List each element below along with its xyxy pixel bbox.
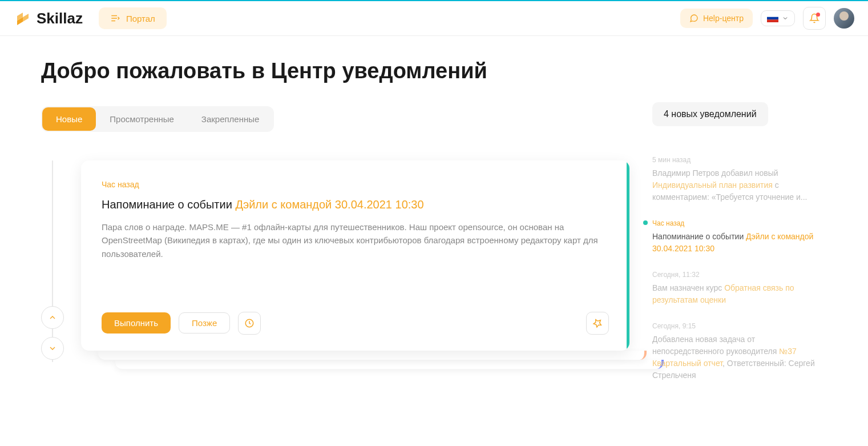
snooze-button[interactable] <box>238 312 261 335</box>
russia-flag-icon <box>767 14 778 22</box>
card-title: Напоминание о событии Дэйли с командой 3… <box>102 198 609 211</box>
sidebar-item-time: Час назад <box>652 218 827 228</box>
card-accent-bar <box>627 160 629 351</box>
tab-new[interactable]: Новые <box>42 107 96 131</box>
app-header: Skillaz Портал Help-центр <box>0 1 868 36</box>
card-actions: Выполнить Позже <box>102 312 609 335</box>
sidebar-notification-item[interactable]: 5 мин назадВладимир Петров добавил новый… <box>652 155 827 203</box>
sidebar-item-text: Владимир Петров добавил новый Индивидуал… <box>652 167 827 203</box>
tab-pinned[interactable]: Закрепленные <box>188 107 273 131</box>
chevron-down-icon <box>782 15 789 22</box>
sidebar-notification-item[interactable]: Сегодня, 9:15Добавлена новая задача от н… <box>652 321 827 381</box>
chevron-down-icon <box>48 344 57 353</box>
pin-icon <box>592 318 603 328</box>
filter-tabs: Новые Просмотренные Закрепленные <box>41 106 274 132</box>
sidebar-item-text: Добавлена новая задача от непосредственн… <box>652 334 827 381</box>
sidebar-list: 5 мин назадВладимир Петров добавил новый… <box>652 155 827 381</box>
prev-card-button[interactable] <box>41 306 64 329</box>
notification-dot <box>816 13 820 17</box>
portal-icon <box>110 13 120 23</box>
new-count-badge: 4 новых уведомлений <box>652 102 768 126</box>
header-right: Help-центр <box>680 7 854 30</box>
help-center-button[interactable]: Help-центр <box>680 9 753 28</box>
next-card-button[interactable] <box>41 337 64 360</box>
brand-logo-icon <box>14 9 32 27</box>
sidebar-item-text: Напоминание о событии Дэйли с командой 3… <box>652 231 827 255</box>
notification-card: Час назад Напоминание о событии Дэйли с … <box>81 160 629 351</box>
sidebar-item-text: Вам назначен курс Обратная связь по резу… <box>652 282 827 306</box>
sidebar-item-link[interactable]: Индивидуальный план развития <box>652 180 773 190</box>
card-stack: Час назад Напоминание о событии Дэйли с … <box>81 160 629 351</box>
svg-rect-5 <box>767 19 778 22</box>
card-body: Пара слов о награде. MAPS.ME — #1 офлайн… <box>102 220 609 260</box>
stacked-card-3 <box>115 360 664 369</box>
sidebar-notification-item[interactable]: Час назадНапоминание о событии Дэйли с к… <box>652 218 827 255</box>
sidebar-item-time: Сегодня, 11:32 <box>652 270 827 280</box>
chevron-up-icon <box>48 313 57 322</box>
sidebar-item-time: Сегодня, 9:15 <box>652 321 827 331</box>
chat-icon <box>689 14 699 23</box>
sidebar-item-time: 5 мин назад <box>652 155 827 165</box>
svg-rect-3 <box>767 14 778 17</box>
pin-button[interactable] <box>586 312 609 335</box>
sidebar-notification-item[interactable]: Сегодня, 11:32Вам назначен курс Обратная… <box>652 270 827 306</box>
card-title-prefix: Напоминание о событии <box>102 198 235 211</box>
help-label: Help-центр <box>703 14 744 23</box>
card-area: Час назад Напоминание о событии Дэйли с … <box>41 160 629 351</box>
sidebar: 4 новых уведомлений 5 мин назадВладимир … <box>652 59 827 381</box>
portal-button[interactable]: Портал <box>99 7 167 29</box>
svg-rect-4 <box>767 17 778 20</box>
card-title-link[interactable]: Дэйли с командой 30.04.2021 10:30 <box>235 198 423 211</box>
tab-viewed[interactable]: Просмотренные <box>96 107 188 131</box>
main-content: Добро пожаловать в Центр уведомлений Нов… <box>0 36 868 404</box>
left-column: Добро пожаловать в Центр уведомлений Нов… <box>41 59 629 381</box>
language-selector[interactable] <box>761 10 795 26</box>
complete-button[interactable]: Выполнить <box>102 312 171 334</box>
portal-label: Портал <box>126 14 155 23</box>
page-title: Добро пожаловать в Центр уведомлений <box>41 59 629 83</box>
user-avatar[interactable] <box>834 8 854 29</box>
brand-logo[interactable]: Skillaz <box>14 9 83 27</box>
later-button[interactable]: Позже <box>179 312 230 334</box>
brand-name: Skillaz <box>37 10 83 27</box>
card-nav <box>41 306 64 360</box>
stacked-card-2 <box>98 351 647 360</box>
card-timestamp: Час назад <box>102 180 609 189</box>
clock-icon <box>244 318 255 328</box>
notifications-button[interactable] <box>803 7 826 30</box>
